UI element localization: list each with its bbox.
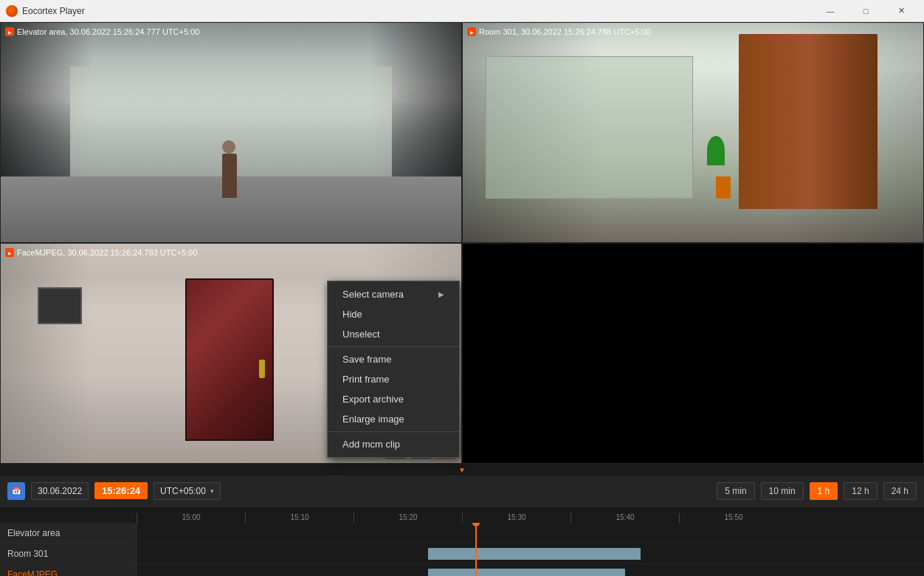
door-visual bbox=[185, 278, 274, 441]
ctx-separator-2 bbox=[328, 431, 459, 432]
tick-1550: 15:50 bbox=[679, 513, 787, 523]
tick-1500: 15:00 bbox=[137, 513, 245, 523]
tick-1520: 15:20 bbox=[354, 513, 462, 523]
rec-icon-cam3 bbox=[5, 248, 14, 257]
person-silhouette-head bbox=[222, 140, 235, 154]
tick-1540: 15:40 bbox=[570, 513, 679, 523]
track-labels: Elevator area Room 301 FaceMJPEG bbox=[0, 523, 137, 576]
range-1h[interactable]: 1 h bbox=[810, 482, 838, 500]
collapse-bar[interactable]: ▼ bbox=[0, 464, 924, 476]
cam1-label: Elevator area, 30.06.2022 15:26:24.777 U… bbox=[5, 27, 199, 36]
ctx-hide[interactable]: Hide bbox=[328, 304, 459, 324]
ctx-enlarge-image[interactable]: Enlarge image bbox=[328, 409, 459, 429]
playhead[interactable] bbox=[475, 523, 477, 576]
range-10min[interactable]: 10 min bbox=[761, 482, 804, 500]
video-grid: Elevator area, 30.06.2022 15:26:24.777 U… bbox=[0, 22, 924, 464]
tz-dropdown-arrow: ▾ bbox=[210, 487, 214, 495]
tick-1530: 15:30 bbox=[462, 513, 570, 523]
range-24h[interactable]: 24 h bbox=[883, 482, 917, 500]
timeline-ruler: 15:00 15:10 15:20 15:30 15:40 15:50 bbox=[0, 507, 924, 523]
context-menu: Select camera ▶ Hide Unselect Save frame… bbox=[327, 281, 460, 458]
cam2-label: Room 301, 30.06.2022 15:26:24.788 UTC+5:… bbox=[467, 27, 651, 36]
range-5min[interactable]: 5 min bbox=[717, 482, 754, 500]
submenu-arrow: ▶ bbox=[438, 290, 444, 298]
timeline-time[interactable]: 15:26:24 bbox=[94, 482, 148, 499]
track-row-cam1[interactable] bbox=[137, 523, 924, 544]
camera-cell-1[interactable]: Elevator area, 30.06.2022 15:26:24.777 U… bbox=[0, 22, 462, 243]
ctx-separator-1 bbox=[328, 346, 459, 347]
collapse-arrow-icon: ▼ bbox=[458, 466, 466, 474]
ctx-save-frame[interactable]: Save frame bbox=[328, 349, 459, 369]
ctx-select-camera[interactable]: Select camera ▶ bbox=[328, 284, 459, 304]
app-icon bbox=[6, 5, 18, 17]
track-label-cam2: Room 301 bbox=[0, 544, 136, 564]
rec-icon-cam1 bbox=[5, 27, 14, 36]
camera-cell-4[interactable] bbox=[462, 243, 924, 464]
track-label-cam3: FaceMJPEG bbox=[0, 564, 136, 576]
track-row-cam2[interactable] bbox=[137, 544, 924, 564]
track-row-cam3[interactable] bbox=[137, 564, 924, 576]
track-segment-cam3 bbox=[428, 569, 625, 576]
ctx-unselect[interactable]: Unselect bbox=[328, 324, 459, 344]
timeline-header: 📅 30.06.2022 15:26:24 UTC+05:00 ▾ 5 min … bbox=[0, 476, 924, 507]
door-handle-visual bbox=[259, 360, 265, 378]
timeline-tracks: Elevator area Room 301 FaceMJPEG bbox=[0, 523, 924, 576]
rec-icon-cam2 bbox=[467, 27, 476, 36]
ctx-add-mcm-clip[interactable]: Add mcm clip bbox=[328, 434, 459, 454]
track-content[interactable] bbox=[137, 523, 924, 576]
ctx-export-archive[interactable]: Export archive bbox=[328, 389, 459, 409]
maximize-button[interactable]: □ bbox=[849, 0, 883, 22]
ctx-print-frame[interactable]: Print frame bbox=[328, 369, 459, 389]
timeline-area: 📅 30.06.2022 15:26:24 UTC+05:00 ▾ 5 min … bbox=[0, 476, 924, 576]
person-silhouette-body bbox=[222, 154, 237, 198]
track-segment-cam2 bbox=[428, 548, 641, 560]
title-bar: Eocortex Player — □ ✕ bbox=[0, 0, 924, 22]
minimize-button[interactable]: — bbox=[813, 0, 847, 22]
window-controls: — □ ✕ bbox=[813, 0, 918, 22]
cam3-label: FaceMJPEG, 30.06.2022 15:26:24.783 UTC+5… bbox=[5, 248, 197, 257]
calendar-icon: 📅 bbox=[7, 482, 25, 500]
track-label-cam1: Elevator area bbox=[0, 523, 136, 544]
timeline-timezone[interactable]: UTC+05:00 ▾ bbox=[154, 482, 221, 500]
close-button[interactable]: ✕ bbox=[884, 0, 918, 22]
timeline-date[interactable]: 30.06.2022 bbox=[31, 482, 89, 500]
ruler-marks: 15:00 15:10 15:20 15:30 15:40 15:50 bbox=[137, 513, 787, 523]
camera-cell-2[interactable]: Room 301, 30.06.2022 15:26:24.788 UTC+5:… bbox=[462, 22, 924, 243]
range-12h[interactable]: 12 h bbox=[844, 482, 877, 500]
tick-1510: 15:10 bbox=[245, 513, 354, 523]
app-title: Eocortex Player bbox=[22, 6, 813, 16]
